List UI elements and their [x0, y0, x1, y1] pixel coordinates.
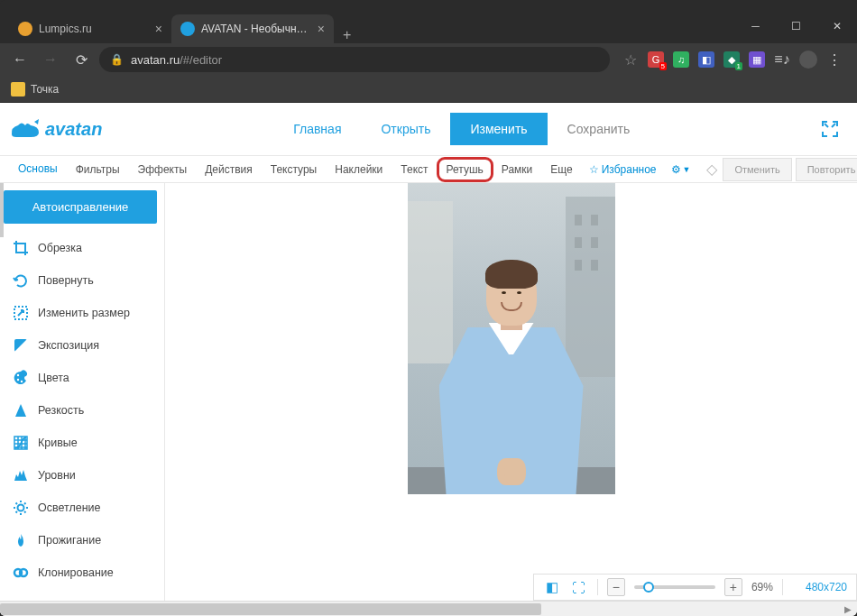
browser-tab-active[interactable]: AVATAN - Необычный Фоторед.. ×: [171, 14, 334, 43]
tool-tab-effects[interactable]: Эффекты: [129, 156, 197, 183]
tool-tab-filters[interactable]: Фильтры: [67, 156, 129, 183]
tool-tab-actions[interactable]: Действия: [196, 156, 262, 183]
sidebar-item-crop[interactable]: Обрезка: [4, 233, 157, 263]
bookmark-folder-icon: [11, 82, 25, 97]
menu-open[interactable]: Открыть: [361, 113, 450, 145]
image-dimensions: 480x720: [792, 581, 847, 593]
favicon-icon: [18, 22, 32, 36]
extension-icon[interactable]: ◧: [698, 51, 714, 68]
url-path: /#/editor: [180, 53, 222, 67]
curves-icon: [13, 435, 29, 451]
exposure-icon: [13, 337, 29, 354]
svg-point-6: [18, 505, 24, 511]
zoom-bar: ◧ ⛶ − + 69% 480x720: [533, 574, 857, 601]
zoom-in-button[interactable]: +: [724, 578, 742, 596]
bookmark-item[interactable]: Точка: [31, 83, 59, 96]
sharpness-icon: [13, 402, 29, 418]
close-window-button[interactable]: ✕: [816, 13, 857, 40]
sidebar-item-rotate[interactable]: Повернуть: [4, 265, 157, 296]
browser-tab[interactable]: Lumpics.ru ×: [9, 14, 171, 43]
sidebar-item-label: Кривые: [38, 437, 78, 449]
tool-tab-text[interactable]: Текст: [392, 156, 437, 183]
compare-icon[interactable]: ◧: [543, 579, 561, 595]
tool-tab-more[interactable]: Еще: [541, 156, 581, 183]
scrollbar[interactable]: [0, 183, 4, 237]
tool-tab-stickers[interactable]: Наклейки: [326, 156, 392, 183]
tab-strip: Lumpics.ru × AVATAN - Необычный Фоторед.…: [0, 13, 857, 43]
zoom-slider[interactable]: [634, 585, 715, 589]
sidebar-item-resize[interactable]: Изменить размер: [4, 298, 157, 328]
undo-button[interactable]: Отменить: [723, 158, 791, 181]
tool-tab-frames[interactable]: Рамки: [493, 156, 541, 183]
sidebar-item-label: Цвета: [38, 372, 69, 384]
sidebar-item-burn[interactable]: Прожигание: [4, 525, 157, 556]
omnibox[interactable]: 🔒 avatan.ru/#/editor: [99, 47, 610, 72]
canvas[interactable]: [408, 183, 615, 494]
zoom-out-button[interactable]: −: [607, 578, 625, 596]
menu-home[interactable]: Главная: [273, 113, 361, 145]
sun-icon: [13, 500, 29, 516]
horizontal-scrollbar[interactable]: ▶: [0, 601, 857, 616]
svg-point-8: [20, 569, 27, 576]
playlist-icon[interactable]: ≡♪: [774, 51, 790, 68]
tool-tab-retouch[interactable]: Ретушь: [437, 157, 493, 182]
app-header: avatan Главная Открыть Изменить Сохранит…: [0, 103, 857, 155]
redo-button[interactable]: Повторить: [796, 158, 857, 181]
logo[interactable]: avatan: [9, 118, 102, 140]
extension-icon[interactable]: ♫: [673, 51, 689, 68]
logo-text: avatan: [45, 119, 102, 140]
fullscreen-icon[interactable]: [821, 120, 839, 138]
reload-button[interactable]: ⟳: [69, 47, 94, 72]
new-tab-button[interactable]: +: [334, 27, 360, 43]
settings-dropdown[interactable]: ⚙▼: [664, 163, 698, 176]
favicon-icon: [180, 22, 195, 36]
sidebar-item-label: Повернуть: [38, 274, 94, 287]
sidebar-item-label: Обрезка: [38, 242, 82, 254]
toolbar: Основы Фильтры Эффекты Действия Текстуры…: [0, 155, 857, 183]
levels-icon: [13, 467, 29, 483]
sidebar-item-exposure[interactable]: Экспозиция: [4, 330, 157, 361]
sidebar-item-colors[interactable]: Цвета: [4, 363, 157, 393]
sidebar-item-lighten[interactable]: Осветление: [4, 492, 157, 523]
tool-favorites[interactable]: ☆Избранное: [582, 163, 664, 176]
menu-icon[interactable]: ⋮: [826, 51, 843, 68]
chevron-down-icon: ▼: [683, 165, 691, 174]
sidebar-item-sharpness[interactable]: Резкость: [4, 395, 157, 426]
tab-title: Lumpics.ru: [39, 23, 149, 35]
sidebar-item-levels[interactable]: Уровни: [4, 460, 157, 491]
sidebar-item-clone[interactable]: Клонирование: [4, 557, 157, 588]
forward-button[interactable]: →: [38, 47, 63, 72]
menu-edit[interactable]: Изменить: [450, 113, 547, 145]
tool-tab-textures[interactable]: Текстуры: [262, 156, 327, 183]
canvas-area: ◧ ⛶ − + 69% 480x720: [165, 183, 857, 601]
sidebar-item-label: Экспозиция: [38, 339, 99, 352]
sidebar-item-label: Резкость: [38, 404, 84, 417]
url-host: avatan.ru: [131, 53, 180, 67]
layers-icon[interactable]: ◇: [701, 161, 723, 178]
sidebar-item-label: Уровни: [38, 469, 76, 482]
profile-avatar[interactable]: [799, 51, 817, 69]
star-icon: ☆: [589, 163, 599, 176]
auto-fix-button[interactable]: Автоисправление: [4, 190, 157, 224]
crop-icon: [13, 240, 29, 256]
edited-photo: [408, 183, 615, 494]
minimize-button[interactable]: ─: [735, 13, 776, 40]
extension-icon[interactable]: ▦: [749, 51, 765, 68]
svg-point-2: [17, 374, 19, 376]
bookmark-star-icon[interactable]: ☆: [622, 51, 639, 68]
fit-screen-icon[interactable]: ⛶: [570, 580, 588, 595]
tab-title: AVATAN - Необычный Фоторед..: [201, 23, 311, 35]
svg-point-3: [17, 379, 19, 381]
extension-icon[interactable]: G5: [648, 51, 664, 68]
sidebar-item-label: Изменить размер: [38, 307, 130, 319]
sidebar-item-curves[interactable]: Кривые: [4, 428, 157, 458]
close-tab-icon[interactable]: ×: [155, 22, 162, 36]
flame-icon: [13, 532, 29, 548]
menu-save[interactable]: Сохранить: [548, 113, 650, 145]
close-tab-icon[interactable]: ×: [318, 22, 325, 36]
svg-point-4: [21, 381, 23, 382]
tool-tab-basics[interactable]: Основы: [9, 155, 67, 183]
maximize-button[interactable]: ☐: [776, 13, 816, 40]
extension-icon[interactable]: ◆1: [723, 51, 740, 68]
back-button[interactable]: ←: [7, 47, 32, 72]
